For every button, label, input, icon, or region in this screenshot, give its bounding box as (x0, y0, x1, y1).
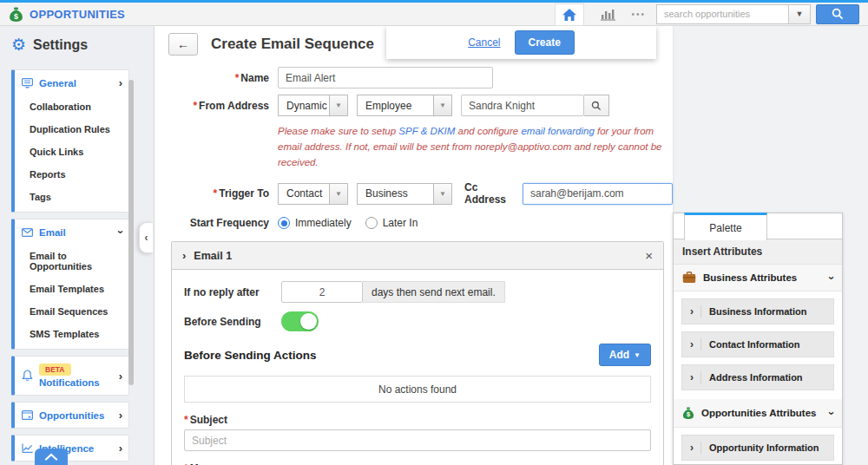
bar-chart-icon (601, 7, 616, 21)
gear-icon: ⚙ (11, 36, 26, 53)
email-1-panel: › Email 1 × If no reply after days then … (171, 241, 664, 465)
sidebar-item-duplication-rules[interactable]: Duplication Rules (15, 118, 128, 141)
chevron-up-icon (44, 453, 58, 461)
spf-dkim-link[interactable]: SPF & DKIM (398, 126, 455, 136)
chevron-down-icon: › (115, 230, 126, 233)
sidebar-card-notifications: BETA Notifications › (11, 356, 129, 396)
trigger-type-select[interactable]: Contact ▼ (278, 183, 348, 205)
sidebar-scrollbar[interactable] (128, 80, 134, 385)
palette-tabs: Palette (674, 213, 842, 239)
subject-input[interactable] (184, 429, 651, 451)
home-button[interactable] (555, 3, 584, 26)
name-label: *Name (155, 72, 269, 84)
cancel-button[interactable]: Cancel (468, 36, 500, 49)
search-button[interactable] (816, 4, 859, 24)
chevron-left-icon: ‹ (145, 232, 148, 244)
svg-text:$: $ (14, 11, 18, 20)
cc-address-input[interactable] (523, 183, 673, 205)
sidebar-item-opportunities[interactable]: Opportunities › (15, 403, 128, 428)
reports-chart-button[interactable] (593, 3, 624, 24)
chevron-right-icon: › (690, 305, 701, 318)
sidebar-item-notifications[interactable]: BETA Notifications › (15, 357, 128, 395)
chevron-down-icon[interactable]: ▼ (434, 95, 452, 116)
sidebar-item-email[interactable]: Email › (15, 219, 128, 245)
start-frequency-label: Start Frequency (155, 217, 269, 229)
sidebar-item-general[interactable]: General › (15, 70, 128, 95)
more-options-ellipsis[interactable]: ••• (631, 10, 646, 19)
settings-heading: ⚙ Settings (0, 26, 154, 61)
chevron-right-icon: › (690, 338, 701, 350)
home-icon (562, 8, 577, 22)
radio-later-in[interactable]: Later In (365, 217, 418, 229)
palette-item-address-information[interactable]: › Address Information (681, 364, 834, 390)
from-type-select[interactable]: Dynamic ▼ (278, 95, 348, 116)
insert-attributes-header: Insert Attributes (674, 239, 842, 265)
radio-immediately[interactable]: Immediately (278, 217, 352, 229)
chevron-right-icon: › (119, 77, 122, 88)
palette-panel: Palette Insert Attributes Business Attri… (673, 213, 843, 465)
search-scope-dropdown[interactable]: ▼ (788, 4, 811, 24)
chevron-right-icon: › (119, 370, 122, 382)
sidebar-item-reports[interactable]: Reports (15, 163, 128, 186)
settings-sidebar: ⚙ Settings General › Collaboration Dupli… (0, 26, 155, 465)
name-input[interactable] (278, 67, 493, 88)
chevron-right-icon: › (690, 371, 701, 383)
caret-down-icon: ▼ (634, 351, 641, 359)
lookup-search-button[interactable] (584, 95, 609, 116)
chevron-down-icon[interactable]: ▼ (330, 95, 348, 116)
chevron-right-icon: › (119, 442, 122, 454)
business-attributes-group[interactable]: Business Attributes › (674, 265, 842, 291)
subject-label: *Subject (184, 414, 651, 426)
create-button[interactable]: Create (515, 30, 575, 55)
sidebar-card-intelligence: Intelligence › (11, 435, 129, 462)
bell-icon (22, 370, 33, 382)
sidebar-item-email-sequences[interactable]: Email Sequences (15, 300, 128, 323)
sidebar-item-collaboration[interactable]: Collaboration (15, 95, 128, 118)
sidebar-item-quick-links[interactable]: Quick Links (15, 141, 128, 163)
search-icon (832, 8, 844, 20)
tab-palette[interactable]: Palette (684, 213, 767, 240)
chevron-right-icon: › (182, 250, 186, 261)
add-action-button[interactable]: Add▼ (599, 344, 651, 366)
no-reply-label: If no reply after (184, 286, 281, 298)
top-bar: $ OPPORTUNITIES ••• ▼ (0, 3, 868, 26)
email-forwarding-link[interactable]: email forwarding (521, 126, 594, 136)
radio-button-icon (278, 217, 290, 229)
sidebar-item-email-to-opportunities[interactable]: Email to Opportunities (15, 245, 128, 278)
sidebar-item-intelligence[interactable]: Intelligence › (15, 436, 128, 461)
main-content: Cancel Create ← Create Email Sequence *N… (155, 26, 673, 465)
sidebar-collapse-handle[interactable]: ‹ (139, 222, 153, 253)
app-title: OPPORTUNITIES (30, 8, 125, 21)
palette-item-opportunity-information[interactable]: › Opportunity Information (681, 435, 834, 461)
palette-item-business-information[interactable]: › Business Information (681, 298, 834, 324)
search-input[interactable] (656, 4, 788, 24)
sidebar-card-general: General › Collaboration Duplication Rule… (11, 69, 129, 213)
before-sending-actions-title: Before Sending Actions (184, 349, 317, 362)
back-button[interactable]: ← (168, 33, 198, 56)
chevron-down-icon[interactable]: ▼ (434, 183, 452, 205)
no-reply-days-input[interactable] (281, 281, 363, 303)
palette-item-contact-information[interactable]: › Contact Information (681, 331, 834, 357)
before-sending-toggle[interactable] (281, 311, 319, 331)
from-person-input[interactable] (461, 95, 584, 116)
envelope-icon (22, 228, 33, 237)
briefcase-icon (682, 272, 696, 284)
sidebar-item-email-templates[interactable]: Email Templates (15, 278, 128, 300)
close-icon[interactable]: × (645, 248, 653, 263)
chevron-right-icon: › (119, 409, 122, 421)
trigger-to-label: *Trigger To (155, 187, 269, 200)
page-title: Create Email Sequence (211, 36, 374, 53)
window-icon (22, 410, 33, 420)
scroll-to-top-button[interactable] (35, 449, 68, 465)
form-actions-bar: Cancel Create (386, 26, 656, 59)
sidebar-item-sms-templates[interactable]: SMS Templates (15, 323, 128, 345)
search-icon (591, 101, 602, 111)
sidebar-item-tags[interactable]: Tags (15, 186, 128, 208)
no-reply-suffix: days then send next email. (363, 281, 505, 303)
chevron-down-icon[interactable]: ▼ (330, 183, 348, 205)
email-1-panel-header[interactable]: › Email 1 × (172, 242, 663, 270)
opportunities-attributes-group[interactable]: $ Opportunities Attributes › (674, 399, 842, 428)
from-source-select[interactable]: Employee ▼ (357, 95, 452, 116)
beta-badge: BETA (39, 363, 71, 376)
trigger-category-select[interactable]: Business ▼ (357, 183, 452, 205)
